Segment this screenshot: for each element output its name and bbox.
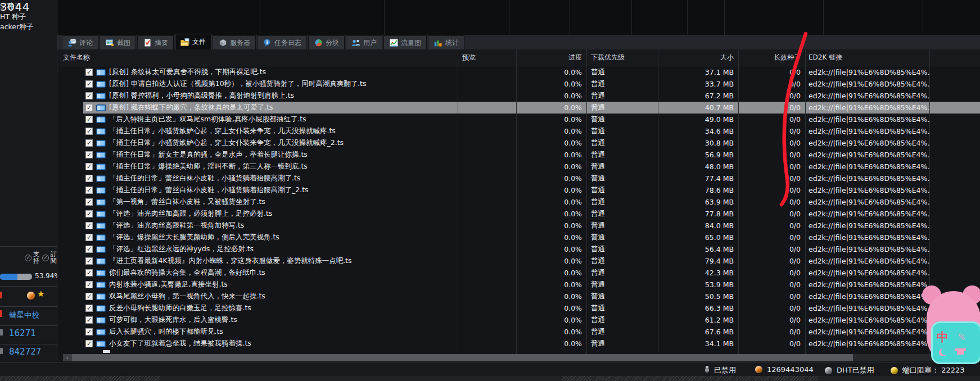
file-row[interactable]: 「捅主任日常」小骚货嫉妒心起，穿上女仆装来争宠，几天没操就喊疼_2.ts 0.0… bbox=[57, 137, 980, 149]
tab-label: 摘要 bbox=[155, 38, 168, 48]
file-row[interactable]: 后入长腿骚穴，叫的楼下都能听见.ts 0.0% 普通 67.6 MB 0/0 e… bbox=[57, 326, 980, 338]
column-separator[interactable] bbox=[658, 49, 658, 354]
file-progress: 0.0% bbox=[516, 302, 586, 314]
file-row[interactable]: 「捅主任日常」小骚货嫉妒心起，穿上女仆装来争宠，几天没操就喊疼.ts 0.0% … bbox=[57, 125, 980, 137]
tab-分块[interactable]: 分块 bbox=[308, 35, 345, 49]
file-checkbox[interactable] bbox=[85, 305, 93, 312]
column-separator[interactable] bbox=[738, 49, 739, 354]
column-separator[interactable] bbox=[516, 49, 517, 354]
file-row[interactable]: 内射泳装小骚逼,美臀嫩足,直接坐射.ts 0.0% 普通 53.9 MB 0/0… bbox=[57, 279, 980, 291]
file-row[interactable]: [原创] 臀控福利，小母狗的高级臀推，高射炮射到肩膀上.ts 0.0% 普通 6… bbox=[57, 90, 980, 102]
file-preview-cell bbox=[458, 255, 516, 267]
file-checkbox[interactable] bbox=[85, 340, 93, 347]
column-separator[interactable] bbox=[458, 49, 458, 354]
file-row[interactable]: 「后入特辑主页已发」双马尾sm初体验,真疼小屁股都抽红了.ts 0.0% 普通 … bbox=[57, 114, 980, 125]
tab-流量图[interactable]: 流量图 bbox=[383, 35, 427, 49]
subscribe-toggle[interactable]: 訂閱 bbox=[42, 251, 58, 264]
column-header-progress[interactable]: 进度 bbox=[516, 49, 586, 66]
file-preview-cell bbox=[458, 161, 516, 173]
status-item[interactable]: DHT已禁用 bbox=[825, 365, 874, 375]
file-checkbox[interactable] bbox=[85, 328, 93, 335]
tab-用户[interactable]: 用户 bbox=[346, 35, 382, 49]
column-separator[interactable] bbox=[586, 49, 587, 354]
file-row[interactable]: 反差小母狗长腿幼师的白嫩玉足，足控惊喜.ts 0.0% 普通 66.3 MB 0… bbox=[57, 302, 980, 314]
column-header-preview[interactable]: 预览 bbox=[458, 49, 516, 66]
file-checkbox[interactable] bbox=[85, 80, 93, 88]
sidebar-link[interactable]: 16271 bbox=[9, 328, 36, 338]
file-checkbox[interactable] bbox=[85, 104, 93, 111]
file-checkbox[interactable] bbox=[85, 198, 93, 206]
tab-统计[interactable]: 统计 bbox=[428, 35, 464, 49]
file-checkbox[interactable] bbox=[85, 69, 93, 76]
file-row[interactable]: 「评选」油光肉丝高跟鞋第一视角加特写.ts 0.0% 普通 84.0 MB 0/… bbox=[57, 220, 980, 232]
file-priority: 普通 bbox=[586, 220, 658, 232]
file-row[interactable]: 「评选」爆操黑丝大长腿美颜幼师，侧后入完美视角.ts 0.0% 普通 65.0 … bbox=[57, 232, 980, 243]
file-checkbox[interactable] bbox=[85, 257, 93, 265]
file-checkbox[interactable] bbox=[85, 316, 93, 324]
sidebar-item-seed-source[interactable]: acker种子 bbox=[0, 22, 33, 32]
column-header-size[interactable]: 大小 bbox=[658, 49, 738, 66]
file-checkbox[interactable] bbox=[85, 210, 93, 217]
file-name: 可萝可御，大眼妹死库水，后入蜜桃臀.ts bbox=[109, 315, 237, 325]
tab-任务日志[interactable]: 任务日志 bbox=[257, 35, 307, 49]
sidebar-link[interactable]: 彗星中校 bbox=[9, 310, 39, 320]
file-checkbox[interactable] bbox=[85, 128, 93, 135]
column-separator[interactable] bbox=[805, 49, 806, 354]
column-header-ed2k[interactable]: ED2K 链接 bbox=[805, 49, 929, 66]
progress-percent: 53.94% bbox=[35, 272, 61, 280]
file-extra-cell bbox=[929, 232, 980, 243]
video-file-icon bbox=[96, 152, 106, 158]
file-row[interactable]: 你们最喜欢的骑操大合集，全程高潮，备好纸巾.ts 0.0% 普通 42.3 MB… bbox=[57, 267, 980, 279]
scrollbar-thumb[interactable] bbox=[72, 354, 853, 361]
file-row[interactable]: 小女友下了班就着急坐我，结果被我骑着操.ts 0.0% 普通 34.1 MB 0… bbox=[57, 338, 980, 350]
video-file-icon bbox=[96, 128, 106, 135]
tab-评论[interactable]: 评论 bbox=[62, 35, 98, 49]
file-checkbox[interactable] bbox=[85, 175, 93, 182]
column-header-name[interactable]: 文件名称 bbox=[57, 49, 458, 66]
file-checkbox[interactable] bbox=[85, 234, 93, 241]
horizontal-scrollbar[interactable] bbox=[72, 354, 980, 361]
file-row[interactable]: [原创] 条纹袜太可爱真舍不得脱，下期再裸足吧.ts 0.0% 普通 37.1 … bbox=[57, 66, 980, 78]
file-checkbox[interactable] bbox=[85, 281, 93, 288]
file-extra-cell bbox=[929, 114, 980, 125]
tab-摘要[interactable]: 摘要 bbox=[137, 35, 174, 49]
file-checkbox[interactable] bbox=[85, 116, 93, 123]
file-checkbox[interactable] bbox=[85, 92, 93, 99]
file-row[interactable]: 「捅主任的日常」蕾丝白袜小皮鞋，小骚货躺着抬腰高潮了.ts 0.0% 普通 77… bbox=[57, 173, 980, 184]
tab-截图[interactable]: 截图 bbox=[100, 35, 136, 49]
file-checkbox[interactable] bbox=[85, 246, 93, 253]
file-row[interactable]: 「捅主任日常」新女主是真的骚，全是水声，举着长腿让你操.ts 0.0% 普通 5… bbox=[57, 149, 980, 161]
file-checkbox[interactable] bbox=[85, 293, 93, 300]
file-longterm-seed: 0/0 bbox=[738, 255, 805, 267]
file-row[interactable]: 「第一视角」蕾丝白袜小皮鞋，又被骚货坐射了.ts 0.0% 普通 63.9 MB… bbox=[57, 196, 980, 208]
file-row[interactable]: [原创] 藏在蝴蝶下的嫩穴，条纹袜真的是太可爱了.ts 0.0% 普通 40.7… bbox=[57, 102, 980, 114]
file-row[interactable]: 可萝可御，大眼妹死库水，后入蜜桃臀.ts 0.0% 普通 61.2 MB 0/0… bbox=[57, 314, 980, 326]
scroll-left-button[interactable]: ‹ bbox=[63, 354, 72, 361]
file-checkbox[interactable] bbox=[85, 139, 93, 147]
file-row[interactable]: 「捅主任的日常」蕾丝白袜小皮鞋，小骚货躺着抬腰高潮了_2.ts 0.0% 普通 … bbox=[57, 184, 980, 196]
file-row[interactable]: 『进主页看最新4K视频』内射小蜘蛛，穿这身衣服做爱，姿势就特殊一点吧.ts 0.… bbox=[57, 255, 980, 267]
column-header-longterm-seed[interactable]: 长效种子 bbox=[738, 49, 805, 66]
column-separator bbox=[923, 0, 923, 35]
file-row[interactable]: 双马尾黑丝小母狗，第一视角代入，快来一起操.ts 0.0% 普通 50.5 MB… bbox=[57, 291, 980, 302]
file-longterm-seed: 0/0 bbox=[738, 149, 805, 161]
file-checkbox[interactable] bbox=[85, 269, 93, 276]
file-checkbox[interactable] bbox=[85, 163, 93, 170]
file-list-panel: 文件名称 预览 进度 下载优先级 大小 长效种子 ED2K 链接 [原创] 条纹… bbox=[57, 49, 980, 362]
file-checkbox[interactable] bbox=[85, 222, 93, 229]
sidebar-item-seed-source[interactable]: HT 种子 bbox=[0, 12, 26, 22]
tab-文件[interactable]: 文件 bbox=[175, 34, 211, 49]
status-item[interactable]: 已禁用 bbox=[704, 365, 736, 375]
column-header-priority[interactable]: 下载优先级 bbox=[586, 49, 658, 66]
file-row[interactable]: [原创] 申请自拍达人认证（视频第10秒），被小骚货骑射了，同时高潮真爽翻了.t… bbox=[57, 78, 980, 90]
support-toggle[interactable]: 支持 bbox=[25, 251, 40, 264]
file-row[interactable]: 「评选」油光肉丝加高跟，必须射脚上，足控必射.ts 0.0% 普通 77.8 M… bbox=[57, 208, 980, 220]
file-size: 40.7 MB bbox=[658, 102, 738, 114]
file-checkbox[interactable] bbox=[85, 151, 93, 158]
tab-服务器[interactable]: 服务器 bbox=[213, 35, 256, 49]
file-row[interactable]: 「捅主任日常」爆操绝美幼师，淫叫不断，第三人称一镜到底.ts 0.0% 普通 4… bbox=[57, 161, 980, 173]
status-item[interactable]: 1269443044 bbox=[755, 365, 814, 374]
sidebar-link[interactable]: 842727 bbox=[9, 347, 41, 357]
file-row[interactable]: 「评选」红边黑丝永远的神yyds，足控必射.ts 0.0% 普通 56.4 MB… bbox=[57, 243, 980, 255]
file-checkbox[interactable] bbox=[85, 187, 93, 194]
